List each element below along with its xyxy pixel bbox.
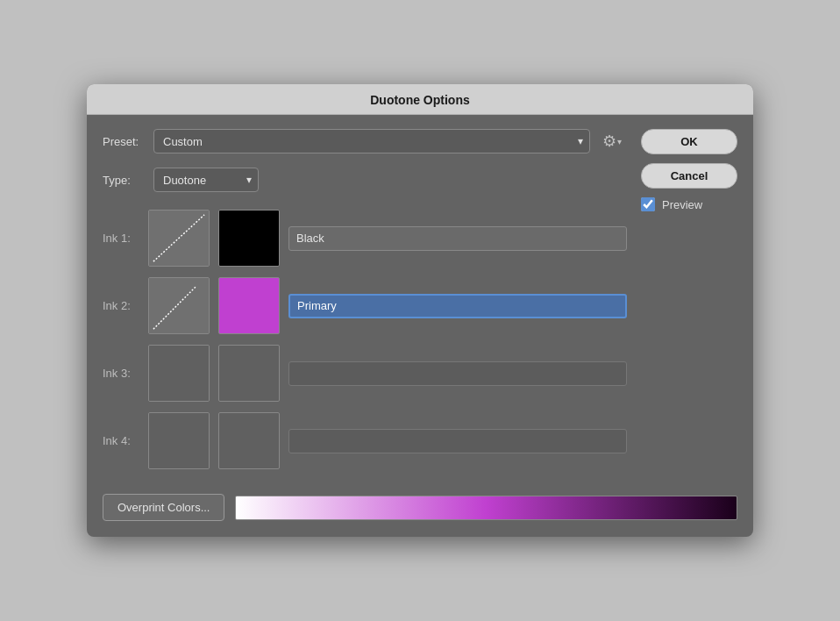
cancel-button[interactable]: Cancel [641,163,737,189]
ink3-label: Ink 3: [103,367,139,380]
preview-row: Preview [641,197,737,211]
svg-rect-2 [149,278,209,333]
ink4-curve-swatch[interactable] [148,412,210,469]
ink1-color-swatch[interactable] [218,210,280,267]
svg-rect-5 [149,413,209,468]
gear-button[interactable]: ⚙ ▾ [597,130,627,153]
preset-select-wrapper: Custom Default Warm Tone [153,129,590,153]
dialog-body: Preset: Custom Default Warm Tone ⚙ ▾ [87,115,753,537]
right-buttons: OK Cancel Preview [641,129,737,211]
ink2-curve-swatch[interactable] [148,277,210,334]
gear-icon: ⚙ [602,132,616,151]
top-area: Preset: Custom Default Warm Tone ⚙ ▾ [103,129,737,480]
preset-select[interactable]: Custom Default Warm Tone [153,129,590,153]
ink3-name-input[interactable] [288,361,627,386]
gear-chevron-icon: ▾ [617,137,622,146]
preset-label: Preset: [103,135,146,148]
ink-row-1: Ink 1: [103,210,627,267]
ink2-label: Ink 2: [103,299,139,312]
ink4-label: Ink 4: [103,434,139,447]
ink1-label: Ink 1: [103,232,139,245]
ink2-name-input[interactable] [288,294,627,318]
type-select[interactable]: Monotone Duotone Tritone Quadtone [153,168,259,192]
ink1-curve-swatch[interactable] [148,210,210,267]
ink3-curve-swatch[interactable] [148,345,210,402]
dialog-title: Duotone Options [370,93,470,107]
ink-row-2: Ink 2: [103,277,627,334]
ink-row-3: Ink 3: [103,345,627,402]
preset-row: Preset: Custom Default Warm Tone ⚙ ▾ [103,129,627,153]
svg-rect-4 [149,346,209,401]
duotone-options-dialog: Duotone Options Preset: Custom Default W… [87,84,753,537]
preview-label[interactable]: Preview [662,198,702,211]
top-left: Preset: Custom Default Warm Tone ⚙ ▾ [103,129,627,480]
title-bar: Duotone Options [87,84,753,115]
type-select-wrapper: Monotone Duotone Tritone Quadtone [153,168,259,192]
ink3-color-swatch[interactable] [218,345,280,402]
bottom-row: Overprint Colors... [103,494,737,521]
ink4-name-input[interactable] [288,429,627,453]
ink-row-4: Ink 4: [103,412,627,469]
preview-checkbox[interactable] [641,197,655,211]
ok-button[interactable]: OK [641,129,737,154]
ink2-color-swatch[interactable] [218,277,280,334]
overprint-colors-button[interactable]: Overprint Colors... [103,494,224,521]
type-row: Type: Monotone Duotone Tritone Quadtone [103,168,627,192]
gradient-preview-bar [235,496,737,520]
type-label: Type: [103,174,146,187]
ink1-name-input[interactable] [288,226,627,251]
ink4-color-swatch[interactable] [218,412,280,469]
